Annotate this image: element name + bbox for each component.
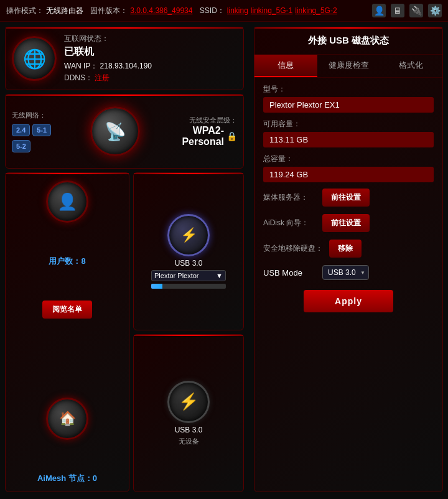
- usb-status-panel: 外接 USB 磁盘状态 信息 健康度检查 格式化 型号： Plextor Ple…: [254, 27, 443, 492]
- wireless-network-label: 无线网络：: [12, 111, 74, 120]
- usb2-icon: ⚡: [167, 381, 210, 423]
- total-label: 总容量：: [263, 154, 434, 164]
- total-row: 总容量： 119.24 GB: [263, 154, 434, 182]
- users-count: 8: [81, 256, 85, 266]
- model-label: 型号：: [263, 84, 434, 95]
- band-51: 5-1: [32, 124, 51, 136]
- mode-value: 无线路由器: [46, 6, 83, 16]
- router-icon: 📡: [90, 106, 140, 156]
- media-server-label: 媒体服务器：: [263, 192, 316, 203]
- aidisk-button[interactable]: 前往设置: [322, 214, 370, 232]
- internet-info: 互联网状态： 已联机 WAN IP： 218.93.104.190 DDNS： …: [64, 34, 152, 83]
- users-card: 👤 用户数：8 阅览名单 🏠 AiMesh 节点：0: [5, 172, 129, 492]
- top-bar: 操作模式： 无线路由器 固件版本： 3.0.0.4.386_49934 SSID…: [0, 0, 448, 22]
- safe-remove-button[interactable]: 移除: [329, 240, 362, 258]
- browse-list-button[interactable]: 阅览名单: [42, 301, 92, 319]
- aimesh-count: AiMesh 节点：0: [37, 473, 97, 484]
- usb1-card: ⚡ USB 3.0 Plextor Plextor ▼: [133, 172, 244, 330]
- internet-status-label: 互联网状态：: [64, 34, 152, 44]
- usb1-progress-bar: [151, 284, 226, 289]
- icon-gear[interactable]: ⚙️: [428, 4, 442, 17]
- ddns-label: DDNS：: [64, 73, 93, 82]
- wireless-bands: 无线网络： 2.4 5-1 5-2: [12, 111, 74, 152]
- info-section: 型号： Plextor Plextor EX1 可用容量： 113.11 GB …: [254, 78, 442, 319]
- tab-health[interactable]: 健康度检查: [317, 55, 380, 77]
- users-label: 用户数：: [49, 256, 81, 266]
- wan-ip-value: 218.93.104.190: [100, 62, 152, 70]
- panel-title: 外接 USB 磁盘状态: [254, 27, 442, 55]
- wireless-security-label: 无线安全层级：: [156, 116, 237, 125]
- usb-column: ⚡ USB 3.0 Plextor Plextor ▼ ⚡ USB 3.0 无设…: [133, 172, 244, 492]
- icon-usb[interactable]: 🔌: [409, 4, 423, 17]
- aidisk-row: AiDisk 向导： 前往设置: [263, 214, 434, 232]
- usb1-device-select[interactable]: Plextor Plextor ▼: [151, 270, 226, 281]
- usb-mode-select[interactable]: USB 3.0 USB 2.0: [322, 265, 369, 280]
- panel-tabs: 信息 健康度检查 格式化: [254, 55, 442, 78]
- aidisk-label: AiDisk 向导：: [263, 218, 316, 228]
- wan-ip-row: WAN IP： 218.93.104.190: [64, 61, 152, 72]
- usb-mode-label: USB Mode: [263, 268, 316, 277]
- wan-ip-label: WAN IP：: [64, 62, 98, 70]
- apply-button[interactable]: Apply: [304, 290, 393, 312]
- available-label: 可用容量：: [263, 119, 434, 129]
- usb2-port-label: USB 3.0: [175, 426, 203, 434]
- media-server-row: 媒体服务器： 前往设置: [263, 189, 434, 207]
- users-icon: 👤: [46, 180, 88, 223]
- internet-status-value: 已联机: [64, 45, 152, 58]
- usb2-card: ⚡ USB 3.0 无设备: [133, 334, 244, 492]
- ssid1-link[interactable]: linking: [227, 6, 248, 15]
- icon-network[interactable]: 🖥: [391, 4, 404, 17]
- model-value: Plextor Plextor EX1: [263, 97, 434, 113]
- ssid-label: SSID：: [200, 6, 225, 16]
- media-server-button[interactable]: 前往设置: [322, 189, 370, 207]
- wireless-card: 无线网络： 2.4 5-1 5-2 📡 无线安全层级： WPA2-Persona…: [5, 94, 244, 169]
- usb2-status: 无设备: [179, 437, 199, 446]
- lock-icon: 🔒: [226, 131, 237, 141]
- tab-info[interactable]: 信息: [254, 55, 317, 77]
- usb1-icon: ⚡: [167, 214, 210, 256]
- ssid3-link[interactable]: linking_5G-2: [295, 6, 337, 15]
- icon-person[interactable]: 👤: [372, 4, 386, 17]
- model-row: 型号： Plextor Plextor EX1: [263, 84, 434, 113]
- wireless-center: 📡: [74, 106, 156, 156]
- usb1-progress-fill: [151, 284, 162, 289]
- wireless-right: 无线安全层级： WPA2-Personal 🔒: [156, 116, 237, 147]
- ddns-row: DDNS： 注册: [64, 73, 152, 83]
- internet-card: 🌐 互联网状态： 已联机 WAN IP： 218.93.104.190 DDNS…: [5, 27, 244, 90]
- bottom-row: 👤 用户数：8 阅览名单 🏠 AiMesh 节点：0 ⚡ USB 3.0: [5, 172, 244, 492]
- tab-format[interactable]: 格式化: [380, 55, 442, 77]
- usb-mode-wrapper: USB 3.0 USB 2.0: [322, 265, 369, 280]
- usb1-port-label: USB 3.0: [175, 259, 203, 268]
- available-row: 可用容量： 113.11 GB: [263, 119, 434, 147]
- wireless-security-value: WPA2-Personal 🔒: [156, 125, 237, 147]
- mode-label: 操作模式：: [6, 6, 44, 16]
- main-content: 🌐 互联网状态： 已联机 WAN IP： 218.93.104.190 DDNS…: [0, 22, 448, 497]
- available-value: 113.11 GB: [263, 132, 434, 147]
- usb-mode-row: USB Mode USB 3.0 USB 2.0: [263, 265, 434, 280]
- globe-icon: 🌐: [12, 36, 57, 81]
- band-24: 2.4: [12, 124, 30, 136]
- left-panel: 🌐 互联网状态： 已联机 WAN IP： 218.93.104.190 DDNS…: [0, 22, 249, 497]
- ddns-link[interactable]: 注册: [95, 73, 110, 82]
- band-52: 5-2: [12, 140, 30, 152]
- user-count: 用户数：8: [49, 256, 85, 267]
- firmware-label: 固件版本：: [90, 6, 128, 16]
- ssid2-link[interactable]: linking_5G-1: [251, 6, 292, 15]
- firmware-link[interactable]: 3.0.0.4.386_49934: [130, 6, 192, 15]
- safe-remove-label: 安全地移除硬盘：: [263, 243, 323, 254]
- right-panel: 外接 USB 磁盘状态 信息 健康度检查 格式化 型号： Plextor Ple…: [249, 22, 448, 497]
- aimesh-icon: 🏠: [46, 398, 88, 440]
- safe-remove-row: 安全地移除硬盘： 移除: [263, 240, 434, 258]
- total-value: 119.24 GB: [263, 167, 434, 182]
